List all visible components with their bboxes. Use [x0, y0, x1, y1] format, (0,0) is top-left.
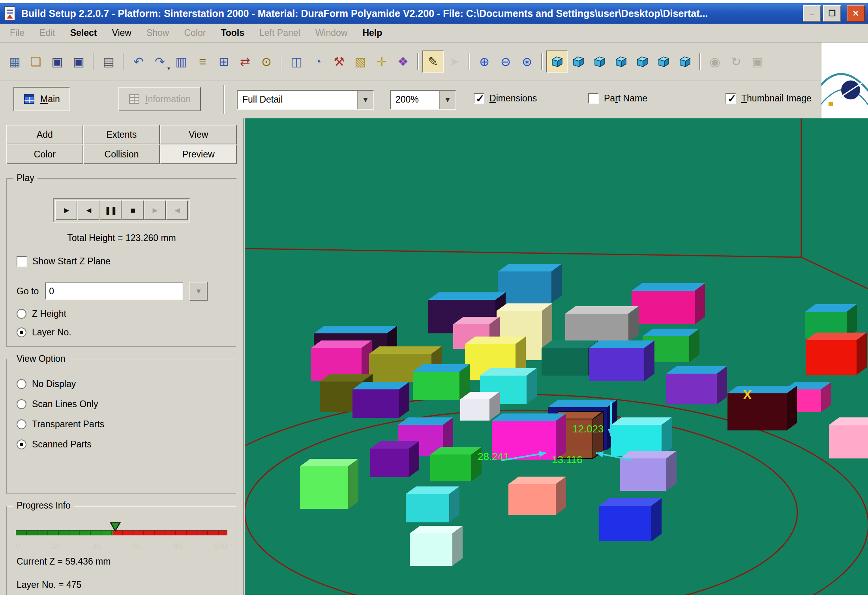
- stop-button[interactable]: ■: [122, 200, 144, 220]
- copy-icon[interactable]: ▥: [171, 50, 192, 73]
- new-build-icon[interactable]: ▦: [4, 50, 25, 73]
- place-part-icon[interactable]: ✛: [371, 50, 392, 73]
- radio-z-height[interactable]: Z Height: [17, 309, 236, 319]
- play-button[interactable]: ►: [55, 200, 77, 220]
- radio-no-display[interactable]: No Display: [17, 379, 236, 389]
- thumbnail-image-checkbox[interactable]: Thumbnail Image: [726, 93, 812, 104]
- print-icon[interactable]: ▤: [98, 50, 119, 73]
- radio-dot: [17, 419, 26, 429]
- tab-add[interactable]: Add: [6, 125, 83, 144]
- open-file-icon[interactable]: ❏: [25, 50, 47, 73]
- radio-label: Scan Lines Only: [32, 399, 98, 410]
- main-view-icon: [24, 94, 35, 105]
- redo-icon[interactable]: ↷▾: [149, 50, 171, 73]
- show-start-z-checkbox[interactable]: Show Start Z Plane: [17, 256, 111, 267]
- view-option-radios: No DisplayScan Lines OnlyTransparent Par…: [7, 379, 236, 450]
- svg-text:28.241: 28.241: [478, 451, 509, 462]
- scale-tick-label: 40: [92, 541, 101, 551]
- tab-collision[interactable]: Collision: [83, 144, 160, 164]
- restore-button[interactable]: [823, 5, 841, 22]
- menu-item-select[interactable]: Select: [63, 24, 105, 41]
- radio-layer-no[interactable]: Layer No.: [17, 327, 236, 338]
- menu-item-color: Color: [176, 24, 213, 41]
- current-z-label: Current Z = 59.436 mm: [17, 556, 236, 567]
- menu-item-help[interactable]: Help: [355, 24, 390, 41]
- step-forward-button: ►: [144, 200, 166, 220]
- edit-region-icon[interactable]: ✎: [422, 50, 444, 73]
- toolbar-separator: [281, 53, 282, 70]
- tab-color[interactable]: Color: [6, 144, 83, 164]
- statistics-icon[interactable]: ◫: [286, 50, 307, 73]
- undo-icon[interactable]: ↶: [128, 50, 149, 73]
- minimize-button[interactable]: [803, 5, 821, 22]
- tab-extents[interactable]: Extents: [83, 125, 160, 144]
- lock-icon[interactable]: ⊙: [256, 50, 277, 73]
- play-group: Play ►◄❚❚■►◄ Total Height = 123.260 mm S…: [6, 178, 237, 347]
- window-title: Build Setup 2.2.0.7 - Platform: Sinterst…: [21, 8, 801, 19]
- progress-scale: 020406080100: [16, 541, 227, 551]
- information-button: Information: [118, 87, 201, 111]
- menubar: FileEditSelectViewShowColorToolsLeft Pan…: [0, 24, 868, 43]
- viewport[interactable]: 12.02328.24113.116X: [245, 118, 868, 595]
- zoom-in-icon[interactable]: ⊕: [474, 50, 495, 73]
- view-top-icon[interactable]: [653, 50, 674, 73]
- left-panel: AddExtentsView ColorCollisionPreview Pla…: [0, 118, 244, 595]
- main-view-button[interactable]: Main: [13, 87, 70, 111]
- zoom-combo-arrow-icon[interactable]: [439, 91, 456, 109]
- detail-combo-arrow-icon[interactable]: [357, 91, 373, 109]
- tab-view[interactable]: View: [160, 125, 237, 144]
- total-height-label: Total Height = 123.260 mm: [7, 233, 236, 243]
- window-titlebar[interactable]: Build Setup 2.2.0.7 - Platform: Sinterst…: [0, 3, 868, 24]
- arrange-parts-icon[interactable]: ⊞: [213, 50, 234, 73]
- svg-text:X: X: [743, 387, 752, 402]
- tab-preview[interactable]: Preview: [160, 144, 237, 164]
- part-name-label: Part Name: [604, 93, 647, 104]
- menu-item-tools[interactable]: Tools: [213, 24, 252, 41]
- playback-controls: ►◄❚❚■►◄: [53, 198, 190, 223]
- build-setup-window: Build Setup 2.2.0.7 - Platform: Sinterst…: [0, 3, 868, 606]
- swap-parts-icon[interactable]: ⇄: [234, 50, 256, 73]
- menu-item-view[interactable]: View: [104, 24, 139, 41]
- radio-label: Z Height: [32, 309, 66, 319]
- view-bottom-icon[interactable]: [674, 50, 696, 73]
- toolbar-separator: [123, 53, 124, 70]
- viewport-3d-scene[interactable]: 12.02328.24113.116X: [245, 118, 868, 595]
- pause-button[interactable]: ❚❚: [99, 200, 122, 220]
- pack-parts-icon[interactable]: ▧: [350, 50, 371, 73]
- detail-level-combo[interactable]: Full Detail: [237, 90, 374, 110]
- view-back-icon[interactable]: [589, 50, 610, 73]
- bottom-margin: [0, 595, 868, 606]
- goto-dropdown-button[interactable]: [189, 282, 208, 301]
- view-front-icon[interactable]: [568, 50, 589, 73]
- detail-level-value: Full Detail: [238, 91, 357, 109]
- radio-dot: [17, 379, 26, 389]
- view-isometric-icon[interactable]: [546, 50, 568, 73]
- radio-scanned-parts[interactable]: Scanned Parts: [17, 439, 236, 450]
- goto-input[interactable]: [45, 282, 183, 300]
- progress-slider[interactable]: [16, 522, 227, 540]
- part-name-checkbox[interactable]: Part Name: [588, 93, 647, 104]
- zoom-level-combo[interactable]: 200%: [390, 90, 456, 110]
- dimensions-checkbox[interactable]: Dimensions: [474, 93, 537, 104]
- zoom-extents-icon[interactable]: ⊛: [516, 50, 538, 73]
- view-right-icon[interactable]: [632, 50, 653, 73]
- save-all-icon[interactable]: ▣: [68, 50, 89, 73]
- play-reverse-button[interactable]: ◄: [77, 200, 99, 220]
- snapshot-icon: ▣: [747, 50, 768, 73]
- checkbox-box: [726, 93, 736, 104]
- tabs-row-2: ColorCollisionPreview: [6, 144, 237, 164]
- select-cursor-icon[interactable]: ➤: [444, 50, 465, 73]
- radio-scan-lines-only[interactable]: Scan Lines Only: [17, 399, 236, 410]
- tools-icon[interactable]: ⚒: [328, 50, 350, 73]
- play-group-label: Play: [13, 173, 37, 183]
- view-left-icon[interactable]: [610, 50, 632, 73]
- close-button[interactable]: [847, 5, 865, 22]
- part-list-icon[interactable]: ≡: [192, 50, 213, 73]
- radio-transparent-parts[interactable]: Transparent Parts: [17, 419, 236, 430]
- toolbar-separator: [93, 53, 94, 70]
- build-time-icon[interactable]: ◔: [307, 50, 328, 73]
- verify-build-icon[interactable]: ❖: [392, 50, 414, 73]
- toolbar-icons: ▦❏▣▣▤↶↷▾▥≡⊞⇄⊙◫◔⚒▧✛❖✎➤⊕⊖⊛◉↻▣: [0, 43, 821, 80]
- zoom-out-icon[interactable]: ⊖: [495, 50, 516, 73]
- save-icon[interactable]: ▣: [47, 50, 68, 73]
